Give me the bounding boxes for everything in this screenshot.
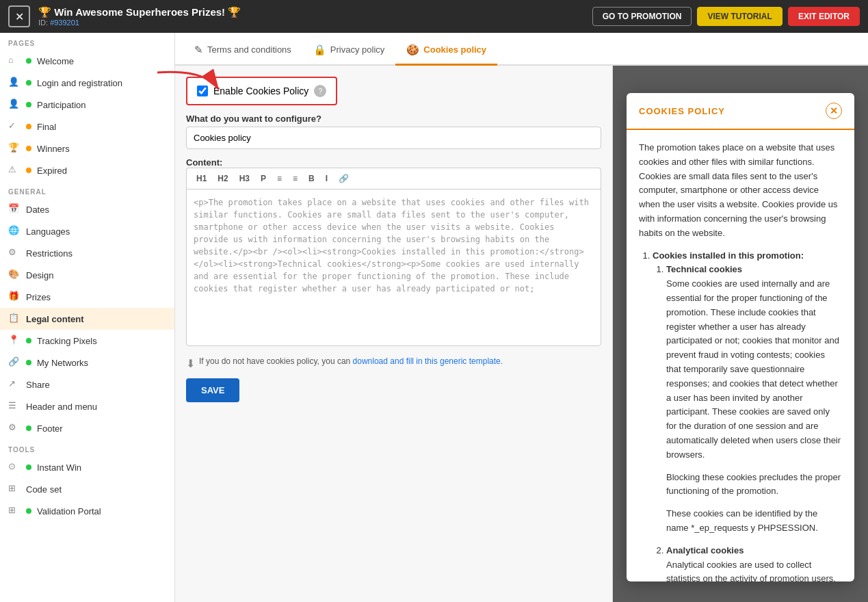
network-icon: 🔗 <box>8 356 21 369</box>
content-label: Content: <box>186 157 601 168</box>
tab-privacy-label: Privacy policy <box>330 44 384 55</box>
sidebar-item-footer[interactable]: ⚙ Footer <box>0 417 174 439</box>
sidebar-item-label: Header and menu <box>26 402 97 412</box>
sidebar-item-label: Prizes <box>26 292 51 302</box>
tab-cookies[interactable]: 🍪 Cookies policy <box>395 36 497 66</box>
privacy-tab-icon: 🔒 <box>313 44 326 56</box>
sidebar-item-welcome[interactable]: ⌂ Welcome <box>0 50 174 72</box>
sidebar-item-label: My Networks <box>37 358 88 368</box>
legal-icon: 📋 <box>8 313 21 325</box>
sidebar-item-label: Code set <box>26 484 62 495</box>
sidebar-item-instant-win[interactable]: ⊙ Instant Win <box>0 456 174 478</box>
cookies-modal: COOKIES POLICY ✕ The promotion takes pla… <box>627 93 854 581</box>
sidebar-item-languages[interactable]: 🌐 Languages <box>0 220 174 242</box>
sidebar-item-label: Instant Win <box>37 462 81 473</box>
go-to-promotion-button[interactable]: GO TO PROMOTION <box>592 7 692 26</box>
sidebar-item-label: Footer <box>37 423 63 434</box>
status-dot <box>26 360 31 365</box>
link-button[interactable]: 🔗 <box>334 172 353 185</box>
content-editor: Content: H1 H2 H3 P ≡ ≡ B I 🔗 <p>The pro… <box>186 157 601 348</box>
instant-win-icon: ⊙ <box>8 461 21 473</box>
p-button[interactable]: P <box>257 172 270 185</box>
validation-icon: ⊞ <box>8 505 21 517</box>
cookies-intro: The promotion takes place on a website t… <box>639 141 842 241</box>
editor-area: Enable Cookies Policy ? What do you want… <box>175 66 868 602</box>
tab-terms-label: Terms and conditions <box>207 44 291 55</box>
left-panel: Enable Cookies Policy ? What do you want… <box>175 66 613 602</box>
bold-button[interactable]: B <box>304 172 319 185</box>
technical-cookies-body: Some cookies are used internally and are… <box>666 277 842 462</box>
status-dot <box>26 426 31 431</box>
app-id-link[interactable]: #939201 <box>50 18 79 27</box>
sidebar-item-label: Winners <box>37 144 70 154</box>
terms-tab-icon: ✎ <box>194 44 203 56</box>
h2-button[interactable]: H2 <box>213 172 232 185</box>
status-dot <box>26 58 31 64</box>
italic-button[interactable]: I <box>321 172 332 185</box>
sidebar-item-design[interactable]: 🎨 Design <box>0 264 174 286</box>
content-editor-textarea[interactable]: <p>The promotion takes place on a websit… <box>186 189 601 346</box>
configure-select[interactable]: Cookies policy Custom text <box>186 127 601 149</box>
share-icon: ↗ <box>8 378 21 391</box>
h3-button[interactable]: H3 <box>235 172 254 185</box>
cookies-installed-title: Cookies installed in this promotion: <box>653 250 804 261</box>
download-link[interactable]: download and fill in this generic templa… <box>353 356 503 366</box>
sidebar-item-expired[interactable]: ⚠ Expired <box>0 159 174 181</box>
ul-button[interactable]: ≡ <box>273 172 286 185</box>
tab-cookies-label: Cookies policy <box>423 44 486 55</box>
sidebar-item-legal[interactable]: 📋 Legal content <box>0 308 174 330</box>
tab-privacy[interactable]: 🔒 Privacy policy <box>302 36 395 66</box>
header-icon: ☰ <box>8 400 21 413</box>
topbar: ✕ 🏆 Win Awesome Superheroes Prizes! 🏆 ID… <box>0 0 868 33</box>
cookies-sub-list: Technical cookies Some cookies are used … <box>666 263 842 581</box>
tab-bar: ✎ Terms and conditions 🔒 Privacy policy … <box>175 33 868 66</box>
cookies-help-icon[interactable]: ? <box>314 85 326 97</box>
sidebar-item-networks[interactable]: 🔗 My Networks <box>0 352 174 374</box>
status-dot <box>26 338 31 343</box>
configure-label: What do you want to configure? <box>186 114 601 124</box>
save-button[interactable]: SAVE <box>186 378 239 402</box>
app-id: ID: #939201 <box>38 18 584 27</box>
sidebar-tools-label: TOOLS <box>0 439 174 456</box>
sidebar-item-validation[interactable]: ⊞ Validation Portal <box>0 500 174 522</box>
h1-button[interactable]: H1 <box>192 172 211 185</box>
enable-cookies-checkbox[interactable] <box>197 86 208 96</box>
sidebar-item-label: Dates <box>26 205 49 215</box>
main-layout: PAGES ⌂ Welcome 👤 Login and registration… <box>0 33 868 602</box>
sidebar-item-final[interactable]: ✓ Final <box>0 116 174 138</box>
cookies-modal-body: The promotion takes place on a website t… <box>627 130 854 581</box>
sidebar-item-share[interactable]: ↗ Share <box>0 374 174 395</box>
cookies-modal-close-button[interactable]: ✕ <box>826 103 842 119</box>
sidebar-item-restrictions[interactable]: ⚙ Restrictions <box>0 242 174 264</box>
sidebar-item-label: Design <box>26 270 53 280</box>
sidebar-item-label: Welcome <box>37 56 74 66</box>
sidebar-item-label: Validation Portal <box>37 506 101 516</box>
sidebar-item-participation[interactable]: 👤 Participation <box>0 94 174 116</box>
sidebar-item-label: Login and registration <box>37 78 122 88</box>
sidebar-item-winners[interactable]: 🏆 Winners <box>0 138 174 159</box>
status-dot <box>26 508 31 514</box>
exit-editor-button[interactable]: EXIT EDITOR <box>788 7 860 26</box>
sidebar-item-label: Legal content <box>26 314 84 324</box>
sidebar-item-tracking[interactable]: 📍 Tracking Pixels <box>0 330 174 352</box>
close-editor-button[interactable]: ✕ <box>8 5 30 27</box>
sidebar-item-prizes[interactable]: 🎁 Prizes <box>0 286 174 308</box>
tab-terms[interactable]: ✎ Terms and conditions <box>183 36 302 66</box>
sidebar-item-label: Languages <box>26 226 70 237</box>
sidebar-item-login[interactable]: 👤 Login and registration <box>0 72 174 94</box>
ol-button[interactable]: ≡ <box>289 172 302 185</box>
sidebar-item-header[interactable]: ☰ Header and menu <box>0 395 174 417</box>
technical-cookies-item: Technical cookies Some cookies are used … <box>666 263 842 535</box>
sidebar: PAGES ⌂ Welcome 👤 Login and registration… <box>0 33 175 602</box>
sidebar-item-dates[interactable]: 📅 Dates <box>0 198 174 220</box>
sidebar-item-label: Tracking Pixels <box>37 336 97 346</box>
warning-icon: ⚠ <box>8 164 21 176</box>
editor-toolbar: H1 H2 H3 P ≡ ≡ B I 🔗 <box>186 168 601 189</box>
check-icon: ✓ <box>8 120 21 133</box>
view-tutorial-button[interactable]: VIEW TUTORIAL <box>697 7 782 26</box>
tracking-icon: 📍 <box>8 335 21 347</box>
download-notice: ⬇ If you do not have cookies policy, you… <box>186 356 601 370</box>
sidebar-item-label: Participation <box>37 100 86 110</box>
main-content: ✎ Terms and conditions 🔒 Privacy policy … <box>175 33 868 602</box>
sidebar-item-code-set[interactable]: ⊞ Code set <box>0 478 174 500</box>
